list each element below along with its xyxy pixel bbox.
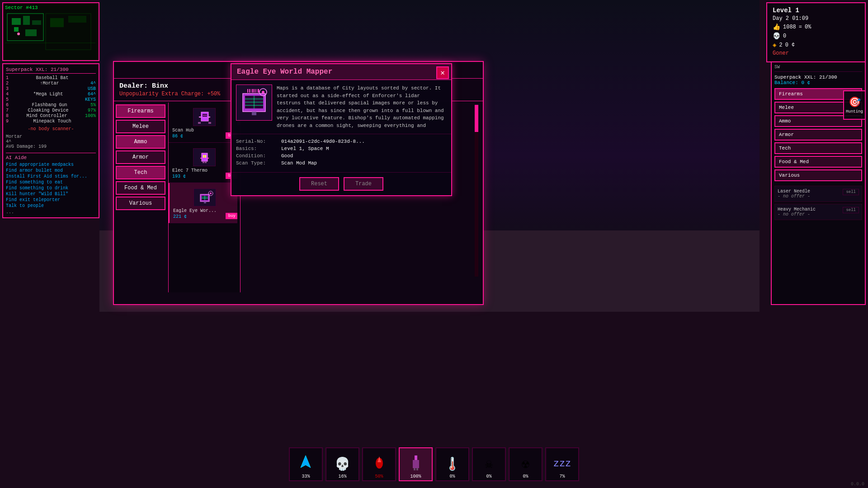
stat-serial-label: Serial-No:: [236, 139, 281, 144]
inventory-item-7[interactable]: 7 Cloaking Device 97%: [6, 108, 96, 113]
item-card-eagleeye[interactable]: Eagle Eye Wor... 221 ¢ buy: [169, 183, 240, 223]
hotbar-pct-3: 50%: [375, 474, 383, 479]
ai-aide-title: AI Aide: [6, 155, 96, 160]
ai-link-talk[interactable]: Talk to people: [6, 203, 96, 208]
cat-btn-melee[interactable]: Melee: [116, 120, 165, 133]
svg-rect-47: [252, 89, 254, 93]
trade-button[interactable]: Trade: [344, 177, 383, 191]
hotbar-slot-8[interactable]: zzz 7%: [545, 447, 579, 481]
stat-scan-type-label: Scan Type:: [236, 160, 281, 166]
right-cat-armor[interactable]: Armor: [774, 129, 862, 141]
elec7-img: [193, 148, 216, 166]
hotbar-pct-7: 0%: [523, 474, 528, 479]
game-background: Sector #413 Superpack XXL: 21/300 1 Base…: [0, 0, 868, 488]
svg-rect-55: [413, 460, 419, 468]
inventory-item-3[interactable]: 3 USB: [6, 86, 96, 91]
item-list[interactable]: Scan Hub 86 ¢ buy: [168, 103, 241, 292]
sector-label: Sector #413: [5, 5, 97, 10]
item-card-scanhub[interactable]: Scan Hub 86 ¢ buy: [169, 103, 240, 143]
hotbar-slot-2[interactable]: 💀 16%: [326, 447, 359, 481]
inventory-item-6[interactable]: 6 Flashbang Gun 5%: [6, 103, 96, 108]
cat-btn-various[interactable]: Various: [116, 197, 165, 210]
item-6-pct: 5%: [90, 103, 96, 108]
hud-level-row: Level 1: [773, 7, 859, 14]
stat-condition-label: Condition:: [236, 153, 281, 159]
ai-link-drink[interactable]: Find something to drink: [6, 186, 96, 191]
hunting-panel[interactable]: 🎯 Hunting: [843, 90, 866, 120]
reset-button[interactable]: Reset: [299, 177, 339, 191]
slot-2: 2: [6, 81, 9, 86]
tooltip-window: Eagle Eye World Mapper ✕: [231, 63, 452, 196]
detail-scroll[interactable]: [475, 105, 478, 277]
svg-rect-44: [247, 89, 248, 93]
ai-link-armor[interactable]: Find armor bullet mod: [6, 168, 96, 173]
minimap-svg: [5, 11, 95, 54]
cat-btn-food-med[interactable]: Food & Med: [116, 181, 165, 195]
hotbar-icon-2: 💀: [335, 456, 350, 472]
thumbs-up-icon: 👍: [773, 23, 780, 31]
sell-heavy-btn[interactable]: sell: [843, 207, 859, 213]
ai-link-medpacks[interactable]: Find appropriate medpacks: [6, 162, 96, 167]
ai-link-teleporter[interactable]: Find exit teleporter: [6, 197, 96, 202]
hud-goner: Goner: [773, 50, 789, 56]
ai-link-first-aid[interactable]: Install First Aid stims for...: [6, 174, 96, 179]
hotbar-slot-5[interactable]: 🌡️ 0%: [435, 447, 469, 481]
minimap-content: [5, 11, 97, 56]
inventory-item-1[interactable]: 1 Baseball Bat: [6, 75, 96, 80]
minimap-panel: Sector #413: [2, 2, 99, 61]
ai-link-kill-hunter[interactable]: Kill hunter "Wild Bill": [6, 192, 96, 197]
eagleeye-img: [193, 188, 216, 206]
ai-dots: ...: [6, 210, 14, 215]
sell-item-heavy[interactable]: sell Heavy Mechanic - no offer -: [774, 204, 862, 220]
hotbar-pct-6: 0%: [486, 474, 491, 479]
svg-rect-15: [206, 115, 207, 116]
svg-rect-4: [14, 27, 19, 32]
eagleeye-buy-btn[interactable]: buy: [226, 213, 238, 219]
tooltip-body: Maps is a database of City layouts sorte…: [231, 80, 451, 134]
hud-time-row: Day 2 01:09: [773, 15, 859, 22]
hotbar-pct-2: 16%: [338, 474, 346, 479]
hotbar-slot-7[interactable]: ☢️ 0%: [509, 447, 542, 481]
inventory-item-5[interactable]: 5 KEYS: [6, 97, 96, 102]
inventory-item-2[interactable]: 2 ↑Mortar 4^: [6, 81, 96, 86]
svg-rect-8: [50, 18, 64, 27]
ai-link-eat[interactable]: Find something to eat: [6, 180, 96, 185]
right-cat-various[interactable]: Various: [774, 169, 862, 181]
hotbar-slot-1[interactable]: 33%: [289, 447, 323, 481]
cat-btn-firearms[interactable]: Firearms: [116, 104, 165, 118]
slot-6: 6: [6, 103, 9, 108]
svg-rect-56: [414, 468, 415, 470]
svg-rect-45: [249, 89, 250, 93]
cat-btn-armor[interactable]: Armor: [116, 150, 165, 164]
tooltip-stats: Serial-No: 014a2091-c2dc-49d0-823d-8... …: [231, 134, 451, 172]
hotbar-slot-3[interactable]: 50%: [362, 447, 396, 481]
sell-item-laser[interactable]: sell Laser Needle - no offer -: [774, 186, 862, 202]
hotbar-slot-4[interactable]: 100%: [399, 447, 433, 481]
svg-rect-57: [416, 468, 418, 470]
hotbar-icon-5: 🌡️: [444, 456, 460, 472]
item-card-elec7[interactable]: Elec 7 Thermo 193 ¢ buy: [169, 143, 240, 183]
right-cat-food-med[interactable]: Food & Med: [774, 156, 862, 168]
sell-laser-btn[interactable]: sell: [843, 189, 859, 195]
right-cat-tech[interactable]: Tech: [774, 142, 862, 154]
hotbar-pct-1: 33%: [302, 474, 310, 479]
tooltip-close-btn[interactable]: ✕: [436, 66, 449, 79]
svg-rect-22: [205, 155, 206, 158]
eagleeye-icon: [194, 189, 216, 206]
right-balance: Balance: 0 ¢: [774, 80, 862, 85]
cat-btn-tech[interactable]: Tech: [116, 166, 165, 179]
inventory-item-9[interactable]: 9 Minepack Touch: [6, 119, 96, 124]
hotbar-icon-8: zzz: [553, 458, 571, 469]
tooltip-description: Maps is a database of City layouts sorte…: [277, 84, 447, 129]
svg-rect-13: [203, 115, 204, 116]
cat-btn-ammo[interactable]: Ammo: [116, 135, 165, 149]
item-6-name: Flashbang Gun: [32, 103, 67, 108]
svg-marker-51: [301, 455, 311, 468]
item-8-name: Mind Controller: [26, 113, 67, 118]
inventory-item-8[interactable]: 8 Mind Controller 100%: [6, 113, 96, 118]
hotbar-slot-6[interactable]: ☠️ 0%: [472, 447, 506, 481]
hud-skull-row: 💀 0: [773, 32, 859, 40]
item-3-pct: USB: [88, 86, 96, 91]
inventory-item-4[interactable]: 4 *Mega Light 64^: [6, 92, 96, 97]
hud-thumbs-row: 👍 1088 = 0%: [773, 23, 859, 31]
